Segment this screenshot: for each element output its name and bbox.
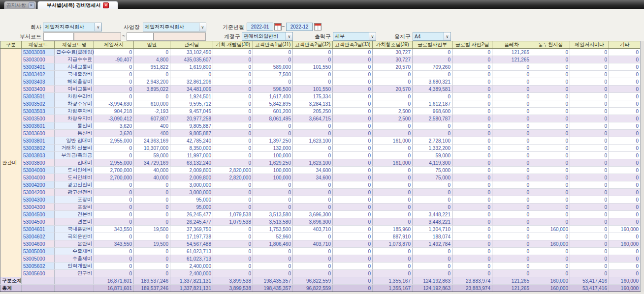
value-cell[interactable]: 100,000 [253,167,293,174]
value-cell[interactable]: 0 [570,255,609,263]
account-code-cell[interactable]: 53003802 [22,145,55,152]
value-cell[interactable]: 0 [570,218,609,226]
value-cell[interactable]: 100,000 [253,152,293,159]
value-cell[interactable]: 2,700,000 [94,174,134,181]
value-cell[interactable]: 96,822,559 [293,277,333,285]
value-cell[interactable]: 0 [333,49,373,56]
value-cell[interactable]: 0 [492,255,531,263]
value-cell[interactable]: 0 [213,78,253,86]
value-cell[interactable]: 1,612,187 [413,100,452,108]
value-cell[interactable]: 3,696,300 [293,218,333,226]
value-cell[interactable]: 0 [213,189,253,196]
account-name-cell[interactable]: 차량주차비 [55,108,94,115]
value-cell[interactable]: 0 [94,263,134,270]
value-cell[interactable]: 0 [134,71,170,78]
value-cell[interactable]: 0 [333,93,373,100]
output-type-select[interactable]: 세부 ∨ [333,32,376,41]
column-header[interactable]: 기획.개발팀(J0) [213,41,253,49]
value-cell[interactable]: 1,355,167 [373,285,413,292]
value-cell[interactable]: 0 [452,152,492,159]
value-cell[interactable]: 0 [609,174,641,181]
value-cell[interactable]: 0 [609,108,641,115]
subtotal-row[interactable]: 구분소계16,871,601189,537,2461,337,821,1313,… [0,277,641,285]
value-cell[interactable]: 8,061,495 [253,115,293,122]
value-cell[interactable]: 0 [373,218,413,226]
value-cell[interactable]: 1,073,870 [373,240,413,248]
value-cell[interactable]: 0 [333,130,373,137]
value-cell[interactable]: 0 [293,122,333,130]
tab-close-icon[interactable]: ✕ [103,2,109,8]
value-cell[interactable]: 2,943,200 [134,78,170,86]
value-cell[interactable]: 2,728,100 [413,137,452,145]
value-cell[interactable]: 0 [293,196,333,204]
account-name-cell[interactable]: 차량유지비 [55,115,94,122]
value-cell[interactable]: 3,000,000 [170,189,213,196]
value-cell[interactable]: 3,448,221 [413,218,452,226]
account-name-cell[interactable]: 도서인쇄비 [55,174,94,181]
account-code-cell[interactable]: 53003502 [22,100,55,108]
value-cell[interactable]: 0 [452,248,492,255]
account-code-cell[interactable]: 53003803 [22,152,55,159]
column-header[interactable]: 제일저지비나 [570,41,609,49]
value-cell[interactable]: 42,785,240 [170,137,213,145]
value-cell[interactable]: 0 [570,49,609,56]
value-cell[interactable]: 0 [134,270,170,277]
value-cell[interactable]: 0 [609,122,641,130]
value-cell[interactable]: 904,218 [94,108,134,115]
value-cell[interactable]: 0 [134,181,170,189]
account-name-cell[interactable]: 국내출장비 [55,71,94,78]
value-cell[interactable]: 0 [452,100,492,108]
table-row[interactable]: 53004300포장비0095,00000000000000 [0,196,641,204]
value-cell[interactable]: 0 [293,49,333,56]
column-header[interactable]: 고객만족3팀(J3) [333,41,373,49]
value-cell[interactable]: 160,000 [531,277,570,285]
value-cell[interactable]: 0 [609,248,641,255]
table-row[interactable]: 53003503차량주차비904,218-2,1939,457,0450601,… [0,108,641,115]
value-cell[interactable]: 0 [293,71,333,78]
value-cell[interactable]: 0 [609,115,641,122]
value-cell[interactable]: 0 [531,130,570,137]
value-cell[interactable]: 0 [531,159,570,167]
value-cell[interactable]: 20,977,258 [170,115,213,122]
table-row[interactable]: 53005000수출제비0061,023,71300000000000 [0,248,641,255]
value-cell[interactable]: 0 [373,248,413,255]
table-row[interactable]: 53004601국내운반비343,55019,50037,369,75001,7… [0,226,641,233]
value-cell[interactable]: 198,435,357 [253,277,293,285]
value-cell[interactable]: 0 [293,181,333,189]
value-cell[interactable]: 26,245,477 [170,218,213,226]
value-cell[interactable]: 26,245,477 [170,211,213,218]
account-code-cell[interactable]: 53003600 [22,130,55,137]
value-cell[interactable]: 2,700,000 [94,167,134,174]
value-cell[interactable]: 1,753,500 [253,226,293,233]
account-name-cell[interactable]: 부의금/축의금 [55,152,94,159]
table-row[interactable]: 53003501차량수리비001,924,50101,617,400175,33… [0,93,641,100]
tab-notice[interactable]: 공지사항 ✕ [4,1,36,9]
column-header[interactable]: 계정코드명 [55,41,94,49]
value-cell[interactable]: 0 [452,181,492,189]
value-cell[interactable]: 53,417,416 [570,285,609,292]
value-cell[interactable]: 2,009,800 [170,167,213,174]
value-cell[interactable]: 0 [413,263,452,270]
value-cell[interactable]: 596,500 [253,86,293,93]
value-cell[interactable]: 0 [492,86,531,93]
table-row[interactable]: 53005600연구비002,400,00000000000000 [0,270,641,277]
value-cell[interactable]: 0 [452,49,492,56]
value-cell[interactable]: 0 [531,167,570,174]
value-cell[interactable]: 1,492,784 [413,240,452,248]
value-cell[interactable]: 0 [531,255,570,263]
value-cell[interactable]: 887,910 [373,233,413,240]
value-cell[interactable]: 0 [413,49,452,56]
value-cell[interactable]: 101,550 [293,63,333,71]
value-cell[interactable]: 0 [94,86,134,93]
value-cell[interactable]: 0 [213,108,253,115]
value-cell[interactable]: 4,800 [134,56,170,63]
account-code-cell[interactable]: 53004000 [22,174,55,181]
calendar-icon[interactable] [314,23,322,30]
value-cell[interactable]: 0 [609,145,641,152]
value-cell[interactable]: 0 [492,100,531,108]
value-cell[interactable]: 160,000 [531,226,570,233]
value-cell[interactable]: 0 [413,71,452,78]
value-cell[interactable]: 205,250 [293,108,333,115]
value-cell[interactable]: 0 [213,122,253,130]
value-cell[interactable]: 1,337,821,131 [170,277,213,285]
